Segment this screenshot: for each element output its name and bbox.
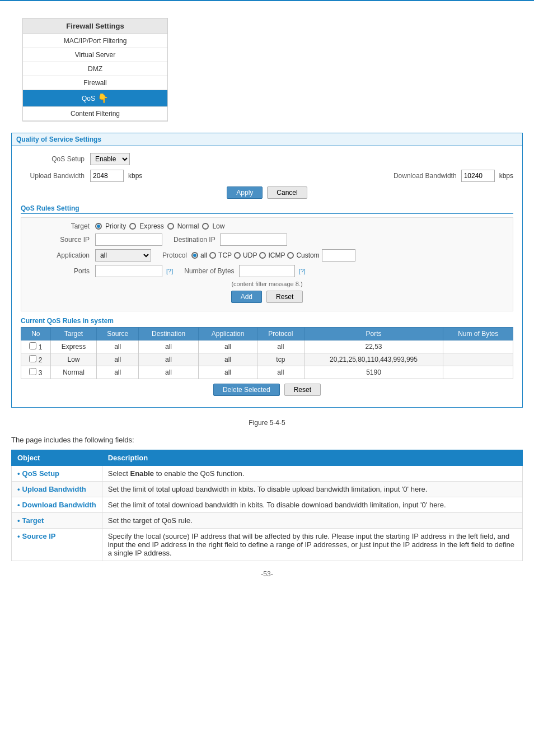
desc-table-row: • Source IP Specify the local (source) I…	[12, 529, 523, 561]
cell-source: all	[97, 340, 139, 353]
protocol-icmp-dot[interactable]	[259, 252, 266, 259]
num-bytes-label: Number of Bytes	[184, 267, 236, 275]
cell-protocol: all	[257, 340, 305, 353]
nav-item-qos[interactable]: QoS 👇	[23, 90, 167, 107]
rules-reset-button[interactable]: Reset	[266, 291, 303, 303]
qos-rules-table: No Target Source Destination Application…	[21, 327, 513, 379]
express-radio-dot[interactable]	[129, 223, 136, 230]
bullet: •	[17, 469, 20, 478]
cell-protocol: tcp	[257, 353, 305, 366]
upload-bandwidth-label: Upload Bandwidth	[21, 172, 88, 180]
content-filter-msg: (content filter message 8.)	[26, 281, 508, 287]
cell-application: all	[199, 340, 257, 353]
desc-table-row: • Download Bandwidth Set the limit of to…	[12, 497, 523, 513]
ports-col: Ports [?]	[26, 265, 173, 277]
protocol-udp-dot[interactable]	[234, 252, 241, 259]
bullet: •	[17, 532, 20, 540]
low-radio-dot[interactable]	[202, 223, 209, 230]
object-name: QoS Setup	[22, 469, 59, 478]
protocol-custom-dot[interactable]	[287, 252, 294, 259]
source-ip-col: Source IP	[26, 234, 162, 246]
object-name: Target	[22, 516, 44, 525]
cell-application: all	[199, 353, 257, 366]
download-bandwidth-input[interactable]	[461, 170, 495, 182]
num-bytes-input[interactable]	[239, 265, 295, 277]
cell-destination: all	[139, 353, 199, 366]
priority-radio-dot[interactable]	[95, 223, 102, 230]
bullet: •	[17, 501, 20, 509]
ip-row: Source IP Destination IP	[26, 234, 508, 246]
express-label[interactable]: Express	[139, 222, 163, 230]
target-label: Target	[26, 222, 93, 230]
desc-object-cell: • Target	[12, 513, 102, 529]
ports-help[interactable]: [?]	[166, 268, 173, 274]
upload-bandwidth-input[interactable]	[90, 170, 124, 182]
protocol-custom-input[interactable]	[322, 249, 355, 262]
rules-form: Target Priority Express Normal Low Sourc…	[21, 217, 513, 311]
destination-ip-label: Destination IP	[174, 236, 218, 244]
row-checkbox[interactable]	[29, 355, 36, 362]
bytes-col: Number of Bytes [?]	[184, 265, 306, 277]
application-select[interactable]: all	[95, 249, 151, 262]
nav-menu: Firewall Settings MAC/IP/Port Filtering …	[22, 18, 168, 122]
nav-title: Firewall Settings	[23, 18, 167, 34]
desc-description-cell: Select Enable to enable the QoS function…	[102, 466, 522, 482]
cell-ports: 5190	[304, 366, 443, 379]
cell-target: Normal	[50, 366, 97, 379]
app-protocol-row: Application all Protocol all TCP UDP	[26, 249, 508, 262]
protocol-all-label[interactable]: all	[200, 251, 207, 259]
row-checkbox[interactable]	[29, 368, 36, 375]
cell-num-bytes	[443, 340, 513, 353]
row-checkbox[interactable]	[29, 342, 36, 349]
cancel-button[interactable]: Cancel	[267, 186, 307, 199]
desc-description-cell: Set the limit of total download bandwidt…	[102, 497, 522, 513]
cell-no: 3	[21, 366, 51, 379]
priority-label[interactable]: Priority	[105, 222, 126, 230]
delete-reset-row: Delete Selected Reset	[21, 384, 513, 396]
nav-item-virtual-server[interactable]: Virtual Server	[23, 48, 167, 62]
table-row: 1 Express all all all all 22,53	[21, 340, 513, 353]
object-name: Source IP	[22, 532, 56, 540]
protocol-all-dot[interactable]	[191, 252, 198, 259]
normal-radio-dot[interactable]	[167, 223, 174, 230]
figure-caption: Figure 5-4-5	[0, 419, 534, 427]
normal-label[interactable]: Normal	[177, 222, 199, 230]
protocol-custom-label[interactable]: Custom	[296, 251, 319, 259]
col-source: Source	[97, 328, 139, 340]
table-reset-button[interactable]: Reset	[284, 384, 321, 396]
low-label[interactable]: Low	[212, 222, 224, 230]
col-target: Target	[50, 328, 97, 340]
col-protocol: Protocol	[257, 328, 305, 340]
col-no: No	[21, 328, 51, 340]
ports-input[interactable]	[95, 265, 162, 277]
qos-rules-title: QoS Rules Setting	[21, 204, 513, 214]
cell-application: all	[199, 366, 257, 379]
nav-item-content-filtering[interactable]: Content Filtering	[23, 107, 167, 121]
delete-selected-button[interactable]: Delete Selected	[213, 384, 280, 396]
ports-bytes-row: Ports [?] Number of Bytes [?]	[26, 265, 508, 277]
add-button[interactable]: Add	[231, 291, 262, 303]
protocol-icmp-label[interactable]: ICMP	[268, 251, 285, 259]
application-col: Application all	[26, 249, 151, 262]
qos-label: QoS	[82, 95, 95, 102]
desc-description-cell: Set the limit of total upload bandwidth …	[102, 482, 522, 497]
nav-item-dmz[interactable]: DMZ	[23, 62, 167, 76]
nav-item-firewall[interactable]: Firewall	[23, 76, 167, 90]
source-ip-input[interactable]	[95, 234, 162, 246]
desc-table-row: • Target Set the target of QoS rule.	[12, 513, 523, 529]
nav-item-mac[interactable]: MAC/IP/Port Filtering	[23, 34, 167, 48]
col-num-bytes: Num of Bytes	[443, 328, 513, 340]
destination-ip-col: Destination IP	[174, 234, 287, 246]
desc-object-cell: • Upload Bandwidth	[12, 482, 102, 497]
protocol-udp-label[interactable]: UDP	[243, 251, 257, 259]
cell-no: 1	[21, 340, 51, 353]
protocol-tcp-dot[interactable]	[209, 252, 216, 259]
qos-setup-select[interactable]: Enable Disable	[90, 153, 130, 165]
cell-target: Low	[50, 353, 97, 366]
col-application: Application	[199, 328, 257, 340]
apply-button[interactable]: Apply	[227, 186, 263, 199]
object-name: Download Bandwidth	[22, 501, 96, 509]
destination-ip-input[interactable]	[220, 234, 287, 246]
protocol-tcp-label[interactable]: TCP	[218, 251, 232, 259]
bytes-help[interactable]: [?]	[299, 268, 306, 274]
